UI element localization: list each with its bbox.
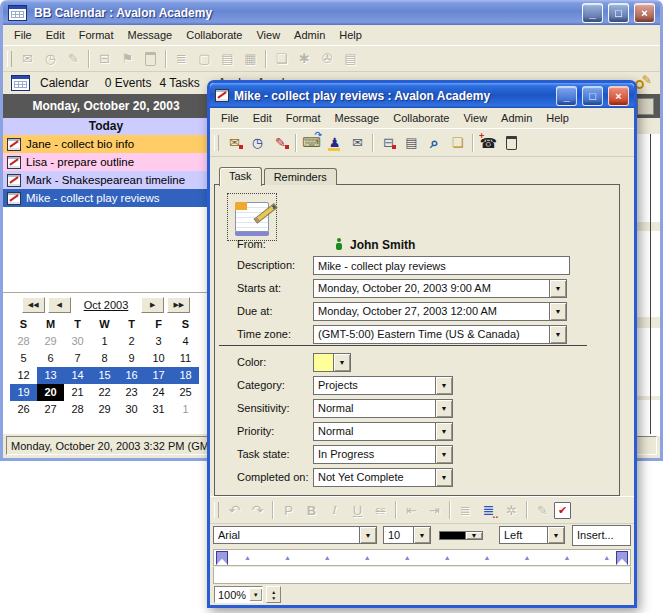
- dropdown-arrow-icon[interactable]: [549, 303, 566, 320]
- spellcheck-icon[interactable]: [554, 502, 571, 519]
- menu-edit[interactable]: Edit: [246, 110, 279, 126]
- zoom-control[interactable]: 100%: [214, 586, 263, 603]
- calendar-day[interactable]: 25: [172, 384, 199, 401]
- calendar-day[interactable]: 14: [64, 367, 91, 384]
- ruler-right-marker-icon[interactable]: [616, 551, 628, 565]
- calendar-day[interactable]: 29: [37, 333, 64, 350]
- dropdown-arrow-icon[interactable]: [413, 527, 430, 543]
- menu-message[interactable]: Message: [121, 27, 180, 43]
- calendar-day[interactable]: 5: [10, 350, 37, 367]
- tab-reminders[interactable]: Reminders: [264, 168, 337, 185]
- dropdown-arrow-icon[interactable]: [333, 354, 350, 371]
- calendar-day[interactable]: 1: [91, 333, 118, 350]
- new-event-icon[interactable]: [223, 133, 246, 153]
- menu-collaborate[interactable]: Collaborate: [179, 27, 249, 43]
- calendar-day[interactable]: 28: [10, 333, 37, 350]
- calendar-day[interactable]: 12: [10, 367, 37, 384]
- calendar-day[interactable]: 30: [64, 333, 91, 350]
- starts-at-select[interactable]: Monday, October 20, 2003 9:00 AM: [313, 279, 567, 298]
- calendar-day[interactable]: 29: [91, 401, 118, 418]
- next-year-button[interactable]: ▶▶: [167, 297, 190, 313]
- calendar-label[interactable]: Calendar: [40, 76, 89, 90]
- calendar-day[interactable]: 28: [64, 401, 91, 418]
- calendar-day[interactable]: 6: [37, 350, 64, 367]
- dialog-close-button[interactable]: ×: [608, 86, 629, 106]
- calendar-day[interactable]: 31: [145, 401, 172, 418]
- due-at-select[interactable]: Monday, October 27, 2003 12:00 AM: [313, 302, 567, 321]
- tab-task[interactable]: Task: [219, 167, 262, 186]
- calendar-day[interactable]: 9: [118, 350, 145, 367]
- calendar-day[interactable]: 7: [64, 350, 91, 367]
- font-color-select[interactable]: [439, 531, 483, 540]
- menu-edit[interactable]: Edit: [39, 27, 72, 43]
- new-alarm-icon[interactable]: [246, 133, 269, 153]
- prev-month-button[interactable]: ◀: [48, 297, 71, 313]
- completed-on-select[interactable]: Not Yet Complete: [313, 468, 453, 487]
- next-month-button[interactable]: ▶: [141, 297, 164, 313]
- calendar-day[interactable]: 18: [172, 367, 199, 384]
- calendar-day[interactable]: 15: [91, 367, 118, 384]
- menu-file[interactable]: File: [214, 110, 246, 126]
- sensitivity-select[interactable]: Normal: [313, 399, 453, 418]
- file-icon[interactable]: [446, 133, 469, 153]
- calendar-day[interactable]: 21: [64, 384, 91, 401]
- task-list-icon[interactable]: [477, 500, 500, 520]
- align-select[interactable]: Left: [499, 526, 565, 544]
- calendar-day[interactable]: 27: [37, 401, 64, 418]
- zoom-dropdown-icon[interactable]: [249, 588, 262, 601]
- font-size-select[interactable]: 10: [383, 526, 431, 544]
- close-button[interactable]: ×: [634, 3, 655, 23]
- address-icon[interactable]: [346, 133, 369, 153]
- menu-view[interactable]: View: [249, 27, 287, 43]
- calendar-day[interactable]: 17: [145, 367, 172, 384]
- ruler[interactable]: [213, 549, 631, 566]
- calendar-day[interactable]: 10: [145, 350, 172, 367]
- assign-icon[interactable]: [323, 133, 346, 153]
- menu-format[interactable]: Format: [72, 27, 121, 43]
- calendar-day[interactable]: 16: [118, 367, 145, 384]
- maximize-button[interactable]: □: [608, 3, 629, 23]
- dropdown-arrow-icon[interactable]: [549, 280, 566, 297]
- priority-select[interactable]: Normal: [313, 422, 453, 441]
- zoom-spinner[interactable]: ▲▼: [266, 586, 281, 603]
- dropdown-arrow-icon[interactable]: [547, 527, 564, 543]
- calendar-day[interactable]: 2: [118, 333, 145, 350]
- calendar-day[interactable]: 11: [172, 350, 199, 367]
- menu-format[interactable]: Format: [279, 110, 328, 126]
- delete-icon[interactable]: [500, 133, 523, 153]
- description-input[interactable]: Mike - collect play reviews: [313, 256, 570, 275]
- calendar-day[interactable]: 8: [91, 350, 118, 367]
- dialog-maximize-button[interactable]: □: [582, 86, 603, 106]
- main-titlebar[interactable]: BB Calendar : Avalon Academy _ □ ×: [3, 0, 660, 25]
- menu-admin[interactable]: Admin: [494, 110, 539, 126]
- dialog-minimize-button[interactable]: _: [556, 86, 577, 106]
- calendar-day[interactable]: 3: [145, 333, 172, 350]
- task-state-select[interactable]: In Progress: [313, 445, 453, 464]
- calendar-day[interactable]: 19: [10, 384, 37, 401]
- menu-message[interactable]: Message: [328, 110, 387, 126]
- font-family-select[interactable]: Arial: [213, 526, 377, 544]
- dropdown-arrow-icon[interactable]: [435, 423, 452, 440]
- dropdown-arrow-icon[interactable]: [549, 326, 566, 343]
- menu-view[interactable]: View: [456, 110, 494, 126]
- insert-select[interactable]: Insert...: [572, 525, 631, 546]
- dropdown-arrow-icon[interactable]: [435, 377, 452, 394]
- month-label[interactable]: Oct 2003: [84, 299, 129, 311]
- task-list-item[interactable]: Mike - collect play reviews: [3, 189, 209, 207]
- menu-admin[interactable]: Admin: [287, 27, 332, 43]
- dropdown-arrow-icon[interactable]: [435, 469, 452, 486]
- date-header-scroll-button[interactable]: [637, 98, 654, 115]
- calendar-day[interactable]: 4: [172, 333, 199, 350]
- timezone-select[interactable]: (GMT-5:00) Eastern Time (US & Canada): [313, 325, 567, 344]
- send-icon[interactable]: [300, 133, 323, 153]
- call-icon[interactable]: [477, 133, 500, 153]
- dialog-titlebar[interactable]: Mike - collect play reviews : Avalon Aca…: [210, 83, 634, 108]
- minimize-button[interactable]: _: [582, 3, 603, 23]
- prev-year-button[interactable]: ◀◀: [22, 297, 45, 313]
- message-options-icon[interactable]: [377, 133, 400, 153]
- calendar-day[interactable]: 1: [172, 401, 199, 418]
- dropdown-arrow-icon[interactable]: [359, 527, 376, 543]
- color-select[interactable]: [313, 353, 351, 372]
- task-list-item[interactable]: Lisa - prepare outline: [3, 153, 209, 171]
- menu-help[interactable]: Help: [539, 110, 576, 126]
